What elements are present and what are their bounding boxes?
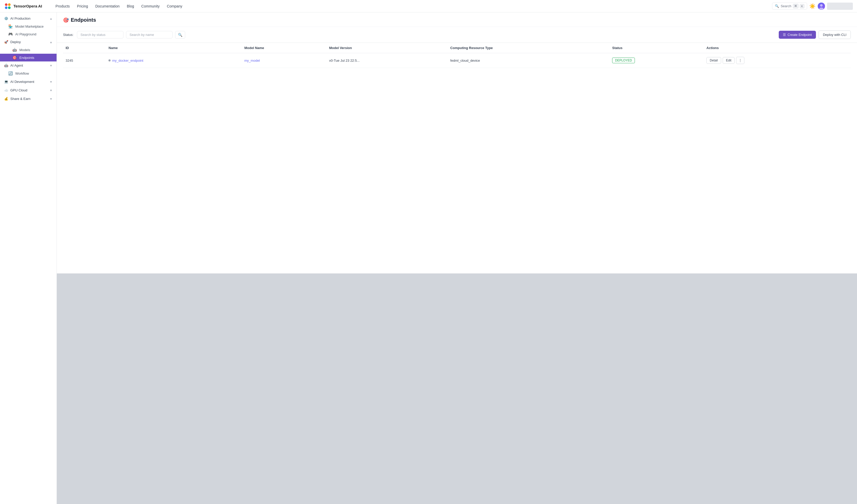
global-search[interactable]: 🔍 Search ⌘ K bbox=[772, 3, 807, 10]
sidebar-label-ai-playground: AI Playground bbox=[15, 32, 36, 36]
sidebar-item-ai-agent[interactable]: 🤖 AI Agent ▼ bbox=[0, 62, 56, 69]
search-status-input[interactable] bbox=[77, 31, 123, 38]
svg-point-0 bbox=[5, 3, 7, 6]
endpoint-status-dot bbox=[108, 59, 111, 62]
sidebar-label-workflow: Workflow bbox=[15, 71, 29, 75]
ai-agent-icon: 🤖 bbox=[4, 64, 8, 67]
sidebar-label-share-earn: Share & Earn bbox=[10, 97, 31, 101]
page-header: 🎯 Endpoints bbox=[57, 12, 857, 27]
col-computing-resource: Computing Resource Type bbox=[448, 43, 609, 53]
theme-toggle[interactable]: ☀️ bbox=[809, 3, 816, 9]
sidebar-label-ai-agent: AI Agent bbox=[10, 64, 23, 67]
model-name-link[interactable]: my_model bbox=[244, 58, 260, 63]
deploy-with-cli-button[interactable]: Deploy with CLI bbox=[819, 31, 851, 39]
sidebar-label-gpu-cloud: GPU Cloud bbox=[10, 88, 28, 92]
chevron-up-icon: ▲ bbox=[50, 17, 52, 20]
sidebar-label-models: Models bbox=[19, 48, 30, 52]
profile-section[interactable] bbox=[827, 3, 853, 10]
table-row: 3245 my_docker_endpoint my_model v0-Tue … bbox=[63, 53, 851, 68]
status-badge: DEPLOYED bbox=[612, 57, 635, 63]
chevron-down-gpu-icon: ▼ bbox=[50, 89, 52, 92]
search-name-input[interactable] bbox=[126, 31, 172, 38]
sidebar-section-ai-production: ⚙️ AI Production ▲ 🏪 Model Marketplace 🎮… bbox=[0, 15, 56, 77]
edit-button[interactable]: Edit bbox=[723, 57, 735, 64]
sidebar-label-ai-development: AI Development bbox=[10, 80, 34, 84]
sidebar-item-deploy[interactable]: 🚀 Deploy ▲ bbox=[0, 38, 56, 46]
cell-id: 3245 bbox=[63, 53, 106, 68]
endpoints-icon: 🎯 bbox=[12, 55, 17, 59]
ai-production-icon: ⚙️ bbox=[4, 17, 8, 20]
sidebar-header-ai-development[interactable]: 💻 AI Development ▼ bbox=[0, 78, 56, 86]
topnav: TensorOpera AI Products Pricing Document… bbox=[0, 0, 857, 12]
more-actions-button[interactable]: ⋮ bbox=[736, 57, 744, 64]
sidebar-label-model-marketplace: Model Marketplace bbox=[15, 24, 44, 29]
empty-content-area bbox=[57, 274, 857, 504]
create-endpoint-label: Create Endpoint bbox=[788, 33, 812, 37]
sidebar-label-ai-production: AI Production bbox=[10, 17, 31, 20]
col-name: Name bbox=[106, 43, 242, 53]
cell-computing-resource: fedml_cloud_device bbox=[448, 53, 609, 68]
avatar[interactable] bbox=[818, 3, 825, 10]
models-icon: 🤖 bbox=[12, 48, 17, 52]
sidebar-header-share-earn[interactable]: 💰 Share & Earn ▼ bbox=[0, 95, 56, 103]
nav-blog[interactable]: Blog bbox=[124, 3, 137, 10]
col-model-version: Model Version bbox=[326, 43, 448, 53]
endpoint-name-text: my_docker_endpoint bbox=[112, 58, 144, 63]
workflow-icon: 🔄 bbox=[8, 71, 13, 75]
endpoint-name-link[interactable]: my_docker_endpoint bbox=[108, 58, 239, 63]
col-id: ID bbox=[63, 43, 106, 53]
sidebar-label-endpoints: Endpoints bbox=[19, 56, 34, 59]
actions-cell: Detail Edit ⋮ bbox=[706, 57, 848, 64]
endpoints-table: ID Name Model Name Model Version Computi… bbox=[63, 43, 851, 68]
nav-products[interactable]: Products bbox=[52, 3, 73, 10]
endpoints-table-wrap: ID Name Model Name Model Version Computi… bbox=[57, 43, 857, 274]
chevron-down-development-icon: ▼ bbox=[50, 80, 52, 83]
sidebar-item-workflow[interactable]: 🔄 Workflow bbox=[0, 69, 56, 77]
deploy-cli-label: Deploy with CLI bbox=[823, 33, 846, 37]
nav-community[interactable]: Community bbox=[138, 3, 163, 10]
topnav-right: 🔍 Search ⌘ K ☀️ bbox=[772, 3, 853, 10]
create-icon: ☰ bbox=[783, 33, 786, 37]
search-kbd-1: ⌘ bbox=[793, 4, 799, 8]
logo[interactable]: TensorOpera AI bbox=[4, 3, 42, 10]
svg-point-3 bbox=[8, 6, 11, 9]
sidebar: ⚙️ AI Production ▲ 🏪 Model Marketplace 🎮… bbox=[0, 12, 57, 504]
nav-company[interactable]: Company bbox=[164, 3, 185, 10]
page-title: Endpoints bbox=[71, 17, 96, 23]
status-filter-label: Status: bbox=[63, 33, 73, 37]
col-actions: Actions bbox=[704, 43, 851, 53]
nav-documentation[interactable]: Documentation bbox=[92, 3, 123, 10]
chevron-down-deploy-icon: ▲ bbox=[50, 40, 52, 44]
detail-button[interactable]: Detail bbox=[706, 57, 721, 64]
col-status: Status bbox=[609, 43, 704, 53]
search-label: Search bbox=[780, 4, 791, 8]
svg-point-1 bbox=[8, 3, 11, 6]
sidebar-item-model-marketplace[interactable]: 🏪 Model Marketplace bbox=[0, 22, 56, 30]
model-marketplace-icon: 🏪 bbox=[8, 24, 13, 29]
svg-point-2 bbox=[5, 6, 7, 9]
layout: ⚙️ AI Production ▲ 🏪 Model Marketplace 🎮… bbox=[0, 12, 857, 504]
sidebar-label-deploy: Deploy bbox=[10, 40, 21, 44]
chevron-down-agent-icon: ▼ bbox=[50, 64, 52, 67]
gpu-cloud-icon: ☁️ bbox=[4, 88, 8, 92]
toolbar: Status: 🔍 ☰ Create Endpoint Deploy with … bbox=[57, 27, 857, 43]
sidebar-item-endpoints[interactable]: 🎯 Endpoints bbox=[0, 54, 56, 62]
ai-development-icon: 💻 bbox=[4, 80, 8, 84]
ai-playground-icon: 🎮 bbox=[8, 32, 13, 36]
sidebar-item-models[interactable]: 🤖 Models bbox=[0, 46, 56, 54]
sidebar-header-gpu-cloud[interactable]: ☁️ GPU Cloud ▼ bbox=[0, 86, 56, 94]
chevron-down-share-icon: ▼ bbox=[50, 97, 52, 101]
page-title-icon: 🎯 bbox=[63, 17, 69, 23]
share-earn-icon: 💰 bbox=[4, 97, 8, 101]
create-endpoint-button[interactable]: ☰ Create Endpoint bbox=[779, 31, 816, 39]
main-content: 🎯 Endpoints Status: 🔍 ☰ Create Endpoint … bbox=[57, 12, 857, 504]
sidebar-item-ai-playground[interactable]: 🎮 AI Playground bbox=[0, 30, 56, 38]
cell-actions: Detail Edit ⋮ bbox=[704, 53, 851, 68]
search-button[interactable]: 🔍 bbox=[175, 31, 185, 39]
nav-pricing[interactable]: Pricing bbox=[74, 3, 91, 10]
cell-model-version: v0-Tue Jul 23 22:5... bbox=[326, 53, 448, 68]
sidebar-section-gpu-cloud: ☁️ GPU Cloud ▼ bbox=[0, 86, 56, 94]
sidebar-section-ai-development: 💻 AI Development ▼ bbox=[0, 78, 56, 86]
sidebar-header-ai-production[interactable]: ⚙️ AI Production ▲ bbox=[0, 15, 56, 22]
topnav-links: Products Pricing Documentation Blog Comm… bbox=[52, 3, 766, 10]
